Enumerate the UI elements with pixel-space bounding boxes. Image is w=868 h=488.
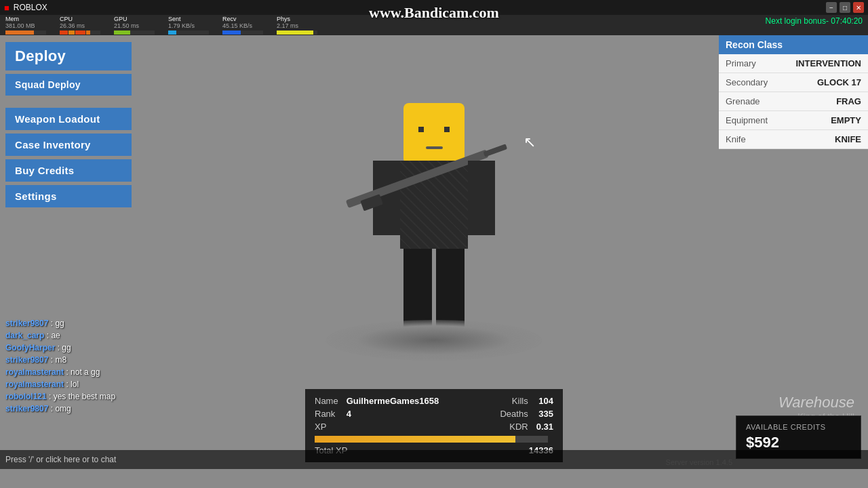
titlebar-left: ■ ROBLOX: [4, 3, 47, 13]
knife-label: Knife: [726, 134, 746, 144]
close-button[interactable]: ✕: [853, 2, 864, 13]
primary-value: INTERVENTION: [795, 58, 861, 68]
char-mouth: [426, 146, 443, 149]
grenade-label: Grenade: [726, 96, 760, 106]
loadout-panel: Recon Class Primary INTERVENTION Seconda…: [719, 35, 868, 149]
deaths-label: Deaths: [500, 409, 528, 419]
roblox-icon: ■: [4, 3, 9, 13]
loadout-knife[interactable]: Knife KNIFE: [719, 130, 868, 149]
system-bar: Mem 381.00 MB CPU 26.36 ms GPU 21.50 ms …: [0, 15, 868, 35]
secondary-value: GLOCK 17: [817, 77, 861, 87]
chat-line-3: GoofyHarper : gg: [5, 342, 209, 354]
squad-deploy-button[interactable]: Squad Deploy: [5, 74, 132, 96]
character-display: [298, 89, 570, 374]
chat-line-7: robolol121 : yes the best map: [5, 390, 209, 403]
chat-input-bar[interactable]: Press '/' or click here or to chat: [0, 450, 868, 469]
xp-bar-container: [315, 434, 553, 443]
login-bonus: Next login bonus- 07:40:20: [766, 16, 863, 26]
character-model: [366, 103, 502, 333]
recv-stat: Recv 45.15 KB/s: [222, 16, 263, 35]
char-eye-left: [418, 127, 424, 132]
loadout-equipment[interactable]: Equipment EMPTY: [719, 111, 868, 130]
chat-line-8: striker9807 : omg: [5, 403, 209, 415]
xp-label: XP: [315, 422, 338, 432]
char-left-leg: [403, 249, 432, 330]
mem-stat: Mem 381.00 MB: [5, 16, 46, 35]
chat-area: striker9807 : gg dark_carp : ae GoofyHar…: [5, 317, 209, 415]
titlebar-controls[interactable]: − □ ✕: [826, 2, 864, 13]
kills-label: Kills: [500, 396, 528, 406]
grenade-value: FRAG: [836, 96, 861, 106]
chat-line-5: royalmasterant : not a gg: [5, 366, 209, 378]
loadout-grenade[interactable]: Grenade FRAG: [719, 92, 868, 111]
deaths-value: 335: [536, 409, 553, 419]
chat-line-2: dark_carp : ae: [5, 329, 209, 342]
settings-button[interactable]: Settings: [5, 185, 132, 207]
cpu-stat: CPU 26.36 ms: [60, 16, 100, 35]
chat-line-1: striker9807 : gg: [5, 317, 209, 329]
xp-bar-fill: [315, 436, 515, 443]
rank-label: Rank: [315, 409, 338, 419]
equipment-value: EMPTY: [831, 115, 861, 125]
stats-grid: Name GuilhermeGames1658 Kills 104 Rank 4…: [315, 396, 553, 432]
kills-value: 104: [536, 396, 553, 406]
loadout-secondary[interactable]: Secondary GLOCK 17: [719, 73, 868, 92]
gpu-stat: GPU 21.50 ms: [114, 16, 155, 35]
minimize-button[interactable]: −: [826, 2, 837, 13]
credits-amount: $592: [746, 434, 851, 451]
deploy-button[interactable]: Deploy: [5, 42, 132, 70]
app-title: ROBLOX: [14, 3, 47, 12]
char-torso: [400, 161, 468, 249]
map-name: Warehouse: [778, 394, 854, 411]
xp-display: [347, 422, 492, 432]
character-platform: [326, 320, 542, 361]
chat-input-hint[interactable]: Press '/' or click here or to chat: [5, 455, 116, 464]
loadout-header: Recon Class: [719, 35, 868, 54]
buy-credits-button[interactable]: Buy Credits: [5, 159, 132, 182]
secondary-label: Secondary: [726, 77, 768, 87]
primary-label: Primary: [726, 58, 756, 68]
game-area: Deploy Squad Deploy Weapon Loadout Case …: [0, 35, 868, 469]
char-right-leg: [436, 249, 465, 330]
sent-stat: Sent 1.79 KB/s: [168, 16, 209, 35]
credits-title: AVAILABLE CREDITS: [746, 423, 851, 431]
equipment-label: Equipment: [726, 115, 768, 125]
character-body: [373, 161, 495, 330]
left-panel: Deploy Squad Deploy Weapon Loadout Case …: [5, 42, 132, 207]
kdr-value: 0.31: [536, 422, 553, 432]
character-head: [403, 103, 465, 164]
weapon-loadout-button[interactable]: Weapon Loadout: [5, 108, 132, 130]
name-label: Name: [315, 396, 338, 406]
name-value: GuilhermeGames1658: [347, 396, 492, 406]
xp-bar-track: [315, 436, 548, 443]
case-inventory-button[interactable]: Case Inventory: [5, 134, 132, 156]
knife-value: KNIFE: [835, 134, 861, 144]
chat-line-4: striker9807 : m8: [5, 354, 209, 366]
title-bar: ■ ROBLOX − □ ✕: [0, 0, 868, 15]
kdr-label: KDR: [500, 422, 528, 432]
phys-stat: Phys 2.17 ms: [277, 16, 317, 35]
char-right-arm: [468, 161, 495, 235]
char-eye-right: [444, 127, 450, 132]
maximize-button[interactable]: □: [840, 2, 850, 13]
loadout-primary[interactable]: Primary INTERVENTION: [719, 54, 868, 73]
chat-line-6: royalmasterant : lol: [5, 378, 209, 390]
rank-value: 4: [347, 409, 492, 419]
